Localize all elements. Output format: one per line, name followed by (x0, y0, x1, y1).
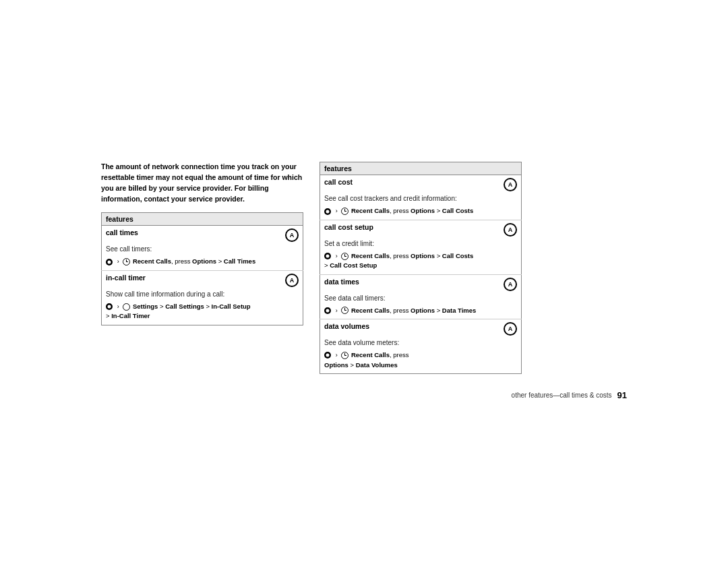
call-times-label: call times (106, 228, 138, 237)
intro-paragraph: The amount of network connection time yo… (101, 162, 303, 204)
data-times-icon: A (504, 278, 517, 291)
left-table-header-row: features (102, 213, 303, 226)
settings-icon (123, 303, 130, 311)
nav-icon (324, 253, 331, 259)
data-volumes-icon: A (504, 322, 517, 336)
data-times-desc: See data call timers: (320, 292, 522, 305)
call-times-icon: A (285, 228, 299, 242)
call-cost-path: › Recent Calls, press Options > Call Cos… (324, 207, 473, 214)
right-column: features call cost A See call cost track… (320, 162, 522, 374)
nav-icon (324, 307, 331, 314)
in-call-timer-label: in-call timer (106, 274, 146, 282)
feature-name-wrapper: call times A (106, 228, 299, 242)
table-row: Set a credit limit: (320, 238, 522, 250)
call-cost-setup-path: › Recent Calls, press Options > Call Cos… (324, 252, 473, 270)
table-row: in-call timer A (102, 270, 303, 288)
recent-calls-icon (123, 258, 130, 266)
page-content: The amount of network connection time yo… (101, 162, 627, 400)
table-row: See data volume meters: (320, 337, 522, 349)
nav-icon (324, 208, 331, 215)
table-row: See call cost trackers and credit inform… (320, 193, 522, 205)
in-call-timer-path: › Settings > Call Settings > In-Call Set… (106, 303, 251, 320)
table-row: › Recent Calls, press Options > Data Tim… (320, 305, 522, 319)
table-row: › Recent Calls, press Options > Call Cos… (320, 250, 522, 274)
call-cost-icon: A (504, 178, 517, 191)
table-row: › Settings > Call Settings > In-Call Set… (102, 301, 303, 325)
call-cost-setup-label: call cost setup (324, 223, 373, 231)
data-times-path: › Recent Calls, press Options > Data Tim… (324, 307, 476, 314)
nav-icon (324, 352, 331, 358)
recent-calls-icon (341, 307, 348, 314)
table-row: call cost setup A (320, 220, 522, 238)
left-table-header: features (102, 213, 303, 226)
call-cost-setup-icon: A (504, 223, 517, 237)
nav-icon (106, 259, 113, 266)
call-cost-label: call cost (324, 178, 353, 186)
table-row: data volumes A (320, 319, 522, 338)
recent-calls-icon (341, 352, 348, 359)
data-volumes-desc: See data volume meters: (320, 337, 522, 349)
table-row: › Recent Calls, press Options > Data Vol… (320, 349, 522, 373)
recent-calls-icon (341, 253, 348, 260)
data-times-label: data times (324, 278, 359, 286)
data-volumes-label: data volumes (324, 322, 369, 330)
table-row: See call timers: (102, 243, 303, 255)
feature-name-wrapper: data volumes A (324, 322, 517, 336)
main-row: The amount of network connection time yo… (101, 162, 627, 374)
left-column: The amount of network connection time yo… (101, 162, 303, 325)
call-cost-desc: See call cost trackers and credit inform… (320, 193, 522, 205)
table-row: call cost A (320, 175, 522, 193)
feature-name-wrapper: data times A (324, 278, 517, 291)
table-row: call times A (102, 226, 303, 244)
call-times-desc: See call timers: (102, 243, 303, 255)
call-times-path: › Recent Calls, press Options > Call Tim… (106, 257, 255, 265)
table-row: See data call timers: (320, 292, 522, 305)
call-cost-setup-desc: Set a credit limit: (320, 238, 522, 250)
feature-name-wrapper: call cost setup A (324, 223, 517, 237)
feature-name-wrapper: in-call timer A (106, 274, 299, 287)
recent-calls-icon (341, 208, 348, 215)
table-row: data times A (320, 274, 522, 292)
right-table-header: features (320, 162, 522, 175)
table-row: › Recent Calls, press Options > Call Tim… (102, 255, 303, 270)
page-footer: other features—call times & costs 91 (101, 387, 627, 400)
left-features-table: features call times A See call timers: (101, 212, 303, 325)
right-features-table: features call cost A See call cost track… (320, 162, 522, 374)
table-row: Show call time information during a call… (102, 288, 303, 301)
page-number: 91 (617, 390, 627, 400)
footer-label: other features—call times & costs (512, 392, 612, 399)
nav-icon (106, 303, 113, 310)
data-volumes-path: › Recent Calls, press Options > Data Vol… (324, 351, 408, 369)
in-call-timer-icon: A (285, 274, 299, 287)
feature-name-wrapper: call cost A (324, 178, 517, 191)
in-call-timer-desc: Show call time information during a call… (102, 288, 303, 301)
right-table-header-row: features (320, 162, 522, 175)
table-row: › Recent Calls, press Options > Call Cos… (320, 205, 522, 220)
